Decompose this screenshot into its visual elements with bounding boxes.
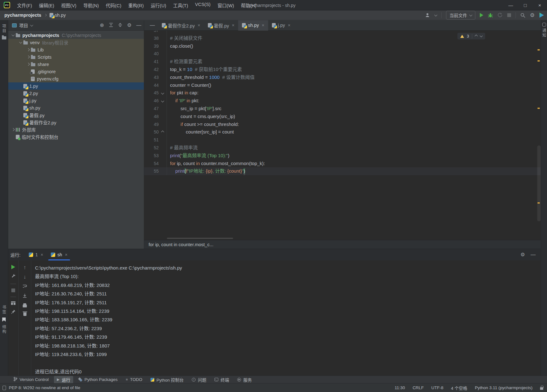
rerun-button[interactable] xyxy=(11,265,15,269)
user-icon[interactable] xyxy=(425,13,430,18)
tree-item[interactable]: 外部库 xyxy=(8,126,144,133)
status-widget[interactable]: CRLF xyxy=(413,385,424,390)
editor-tab[interactable]: j.py xyxy=(268,20,294,31)
error-stripe-mark[interactable] xyxy=(538,60,540,62)
error-stripe-mark[interactable] xyxy=(538,108,540,109)
scroll-to-end-icon[interactable] xyxy=(22,294,27,299)
run-settings-gear-icon[interactable]: ⚙ xyxy=(521,252,525,257)
notifications-icon[interactable] xyxy=(542,23,546,27)
editor-context-bar[interactable]: for ip, count in counter.most_c... xyxy=(144,240,541,249)
expand-all-icon[interactable] xyxy=(109,23,113,28)
stripe-project-button[interactable]: 项目 xyxy=(1,24,7,33)
code-line[interactable]: 52# 最高频率流 xyxy=(144,144,541,152)
collapse-all-icon[interactable] xyxy=(118,23,122,28)
code-line[interactable]: 51 xyxy=(144,136,541,144)
prev-warning-icon[interactable] xyxy=(475,35,478,38)
code-line[interactable]: 43count_threshold = 1000 # 设置计数阈值 xyxy=(144,74,541,81)
close-icon[interactable] xyxy=(288,23,291,28)
toolwindow-button[interactable]: ›_终端 xyxy=(212,376,232,383)
toolwindow-button[interactable]: ≡TODO xyxy=(123,377,145,383)
project-view-select[interactable]: 项目 xyxy=(12,22,33,28)
tree-item[interactable]: pyvenv.cfg xyxy=(8,75,144,82)
tree-item[interactable]: 临时文件和控制台 xyxy=(8,133,144,140)
tree-item[interactable]: Scripts xyxy=(8,53,144,61)
fold-down-icon[interactable] xyxy=(159,89,167,97)
run-config-select[interactable]: 当前文件 xyxy=(446,11,475,20)
up-stacktrace-icon[interactable]: ↑ xyxy=(23,265,26,270)
toolwindow-button[interactable]: Python 控制台 xyxy=(148,376,186,383)
soft-wrap-icon[interactable] xyxy=(22,284,27,289)
tree-item[interactable]: Lib xyxy=(8,46,144,53)
editor-tab[interactable]: 暑假.py xyxy=(204,20,238,31)
run-button[interactable] xyxy=(480,13,483,17)
code-line[interactable]: 50 counter[src_ip] = count xyxy=(144,128,541,136)
menu-item[interactable]: 视图(V) xyxy=(58,1,79,10)
tree-item[interactable]: 2.py xyxy=(8,90,144,97)
code-line[interactable]: 55 print(f"IP地址: {ip}, 计数: {count}") xyxy=(144,167,541,175)
menu-item[interactable]: 编辑(E) xyxy=(36,1,57,10)
error-stripe-mark[interactable] xyxy=(538,49,540,50)
code-line[interactable]: 45for pkt in cap: xyxy=(144,89,541,97)
locate-file-icon[interactable]: ⊕ xyxy=(100,23,104,28)
close-icon[interactable] xyxy=(65,252,68,257)
code-line[interactable]: 53print("最高频率流 (Top 10):") xyxy=(144,152,541,160)
status-widget[interactable]: Python 3.11 (pycharmprojects) xyxy=(475,385,532,390)
code-line[interactable]: 44counter = Counter() xyxy=(144,81,541,89)
editor-hscrollbar[interactable] xyxy=(167,238,233,239)
next-warning-icon[interactable] xyxy=(480,34,483,37)
tree-item[interactable]: 1.py xyxy=(8,82,144,90)
menu-item[interactable]: 运行(U) xyxy=(148,1,169,10)
close-icon[interactable] xyxy=(197,23,200,28)
chevron-right-icon[interactable] xyxy=(25,63,31,65)
user-dropdown-icon[interactable] xyxy=(434,13,437,16)
close-icon[interactable] xyxy=(262,23,264,28)
chevron-right-icon[interactable] xyxy=(25,56,31,58)
tree-item[interactable]: pycharmprojectsC:\pycharmprojects xyxy=(8,32,144,39)
toolwindow-button[interactable]: Version Control xyxy=(11,376,51,383)
code-line[interactable]: 54for ip, count in counter.most_common(t… xyxy=(144,160,541,168)
close-button[interactable]: × xyxy=(532,0,547,10)
code-editor[interactable]: 3738# 关闭捕获文件39cap.close()4041# 检测重要元素42t… xyxy=(144,31,541,240)
status-widget[interactable]: 4 个空格 xyxy=(451,385,467,391)
menu-item[interactable]: 重构(R) xyxy=(125,1,147,10)
code-line[interactable]: 42top_k = 10 # 获取前10个重要元素 xyxy=(144,66,541,74)
breadcrumb-item[interactable]: sh.py xyxy=(50,13,66,18)
restore-layout-icon[interactable] xyxy=(11,301,15,305)
menu-item[interactable]: 工具(T) xyxy=(170,1,191,10)
run-tab[interactable]: sh xyxy=(47,249,71,260)
menu-item[interactable]: VCS(S) xyxy=(192,1,214,10)
search-everywhere-icon[interactable] xyxy=(520,13,526,18)
inspection-doc-icon[interactable] xyxy=(3,386,6,390)
stop-button[interactable] xyxy=(11,288,15,292)
code-line[interactable]: 39cap.close() xyxy=(144,42,541,50)
toolwindow-button[interactable]: !问题 xyxy=(189,376,209,383)
chevron-down-icon[interactable] xyxy=(10,34,16,36)
run-console[interactable]: C:\pycharmprojects\venv\Scripts\python.e… xyxy=(31,260,541,376)
inspections-widget[interactable]: 3 xyxy=(457,33,485,39)
settings-gear-icon[interactable]: ⚙ xyxy=(530,13,535,18)
stripe-structure-button[interactable]: 结构 xyxy=(1,325,7,334)
tree-item[interactable]: venvlibrary根目录 xyxy=(8,39,144,46)
debug-button[interactable] xyxy=(488,13,493,18)
toolwindow-button[interactable]: 服务 xyxy=(234,376,255,383)
minimize-button[interactable]: — xyxy=(503,0,518,10)
close-icon[interactable] xyxy=(232,23,234,28)
chevron-right-icon[interactable] xyxy=(25,49,31,51)
clear-console-icon[interactable] xyxy=(23,312,26,316)
status-message[interactable]: PEP 8: W292 no newline at end of file xyxy=(9,385,80,390)
tree-item[interactable]: 暑假.py xyxy=(8,111,144,119)
toolwindow-button[interactable]: Python Packages xyxy=(76,377,121,383)
tabstrip-minus-icon[interactable]: — xyxy=(147,22,158,28)
status-widget[interactable]: 11:30 xyxy=(395,385,405,390)
code-line[interactable]: 48 count = cms.query(src_ip) xyxy=(144,113,541,121)
menu-item[interactable]: 导航(N) xyxy=(80,1,102,10)
fold-up-icon[interactable] xyxy=(159,128,167,136)
tree-item[interactable]: sh.py xyxy=(8,104,144,111)
stripe-bookmarks-button[interactable]: 书签 xyxy=(1,305,7,314)
gradient-plugin-icon[interactable] xyxy=(539,13,544,18)
run-tab[interactable]: 1 xyxy=(25,249,47,260)
stripe-notifications-button[interactable]: 通知 xyxy=(541,28,547,38)
tree-item[interactable]: 暑假作业2.py xyxy=(8,119,144,126)
code-line[interactable]: 46 if 'IP' in pkt: xyxy=(144,97,541,105)
print-icon[interactable] xyxy=(23,305,27,307)
